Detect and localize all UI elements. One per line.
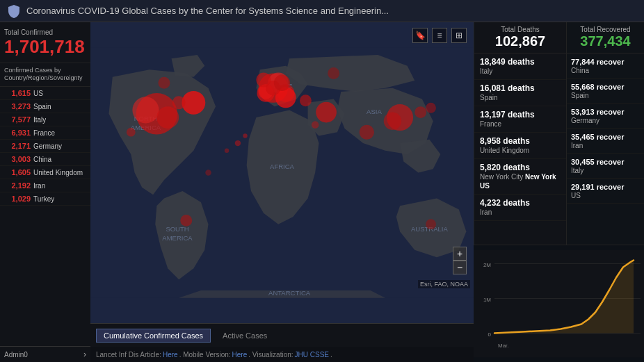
svg-point-35 — [243, 133, 247, 138]
country-count: 7,577 — [4, 115, 31, 124]
expand-arrow-icon[interactable]: › — [83, 349, 86, 359]
svg-point-31 — [426, 219, 436, 229]
deaths-label: Total Deaths — [480, 26, 561, 33]
zoom-in-button[interactable]: + — [453, 247, 467, 261]
country-name: France — [33, 129, 55, 137]
footer-link-article[interactable]: Here — [163, 351, 178, 359]
country-count: 2,192 — [4, 181, 31, 190]
recovered-list-item: 35,465 recover Iran — [567, 129, 644, 154]
death-location: United Kingdom — [480, 146, 561, 155]
recover-count: 29,191 recover — [571, 183, 624, 191]
recover-location: Iran — [571, 142, 640, 149]
svg-point-32 — [328, 67, 339, 79]
zoom-out-button[interactable]: − — [453, 261, 467, 274]
country-name: Turkey — [33, 195, 54, 203]
footer-text: Lancet Inf Dis Article: — [96, 351, 161, 359]
deaths-header: Total Deaths 102,867 — [474, 22, 566, 54]
deaths-total: 102,867 — [480, 33, 561, 49]
tab-cumulative[interactable]: Cumulative Confirmed Cases — [96, 329, 211, 343]
grid-view-button[interactable]: ⊞ — [451, 28, 467, 43]
zoom-controls: + − — [453, 247, 467, 274]
chart-area: 2M 1M 0 Mar. — [474, 245, 644, 362]
recover-count: 55,668 recover — [571, 83, 624, 91]
shield-icon — [7, 4, 21, 18]
recover-location: Italy — [571, 167, 640, 174]
svg-point-21 — [256, 72, 271, 87]
sidebar-country-item[interactable]: 2,171 Germany — [0, 140, 90, 153]
sidebar-country-item[interactable]: 6,931 France — [0, 126, 90, 140]
svg-point-12 — [156, 106, 179, 129]
sidebar-country-item[interactable]: 1,615 US — [0, 87, 90, 100]
svg-text:0: 0 — [488, 331, 492, 338]
footer-sep1: . Mobile Version: — [179, 351, 231, 359]
svg-point-39 — [127, 128, 136, 137]
main-layout: Total Confirmed 1,701,718 Confirmed Case… — [0, 22, 644, 362]
recover-location: China — [571, 67, 640, 74]
svg-point-23 — [316, 102, 337, 123]
death-location: New York City New York US — [480, 172, 561, 190]
app-header: Coronavirus COVID-19 Global Cases by the… — [0, 0, 644, 22]
sidebar-country-item[interactable]: 1,029 Turkey — [0, 192, 90, 206]
recover-count: 77,844 recover — [571, 58, 624, 66]
country-name: US — [33, 90, 43, 97]
recovered-list-item: 30,455 recover Italy — [567, 154, 644, 179]
country-name: Italy — [33, 116, 46, 124]
recovered-list-item: 29,191 recover US — [567, 179, 644, 204]
svg-point-30 — [426, 103, 436, 113]
svg-point-40 — [172, 96, 186, 109]
footer-link-mobile[interactable]: Here — [232, 351, 248, 359]
tab-active[interactable]: Active Cases — [215, 329, 275, 343]
world-map: NORTH AMERICA SOUTH AMERICA EUROPE AFRIC… — [90, 22, 474, 323]
bookmark-button[interactable]: 🔖 — [412, 28, 428, 43]
svg-text:ANTARCTICA: ANTARCTICA — [268, 289, 311, 297]
svg-text:SOUTH: SOUTH — [166, 225, 188, 233]
footer-link-jhu[interactable]: JHU CSSE — [295, 351, 329, 359]
death-location: Iran — [480, 208, 561, 217]
svg-point-26 — [360, 125, 374, 140]
recover-location: US — [571, 192, 640, 199]
app-title: Coronavirus COVID-19 Global Cases by the… — [26, 6, 389, 16]
deaths-list-item: 18,849 deaths Italy — [474, 54, 566, 80]
svg-point-11 — [132, 97, 159, 123]
recovered-panel: Total Recovered 377,434 77,844 recover C… — [566, 22, 644, 245]
deaths-list-item: 16,081 deaths Spain — [474, 80, 566, 106]
country-count: 6,931 — [4, 129, 31, 137]
death-location: Spain — [480, 93, 561, 102]
deaths-list-item: 5,820 deaths New York City New York US — [474, 159, 566, 195]
map-tabs: Cumulative Confirmed Cases Active Cases — [90, 323, 474, 347]
sidebar-country-item[interactable]: 2,192 Iran — [0, 179, 90, 192]
sidebar-country-item[interactable]: 3,003 China — [0, 153, 90, 166]
svg-text:2M: 2M — [483, 262, 491, 268]
country-name: Iran — [33, 182, 45, 190]
svg-text:AMERICA: AMERICA — [162, 234, 193, 242]
svg-text:AFRICA: AFRICA — [270, 163, 295, 170]
deaths-panel: Total Deaths 102,867 18,849 deaths Italy… — [474, 22, 566, 245]
svg-point-33 — [158, 77, 170, 89]
svg-point-34 — [235, 140, 241, 146]
sidebar-country-item[interactable]: 1,605 United Kingdom — [0, 166, 90, 179]
recovered-total: 377,434 — [571, 33, 640, 49]
footer-end: . — [330, 351, 332, 359]
country-count: 3,003 — [4, 155, 31, 163]
sidebar-country-item[interactable]: 7,577 Italy — [0, 113, 90, 126]
death-location: Italy — [480, 67, 561, 76]
right-panels: Total Deaths 102,867 18,849 deaths Italy… — [474, 22, 644, 362]
country-count: 1,605 — [4, 168, 31, 176]
recovered-header: Total Recovered 377,434 — [567, 22, 644, 54]
country-count: 1,615 — [4, 89, 31, 97]
svg-point-37 — [312, 121, 319, 129]
sidebar-bottom-bar[interactable]: Admin0 › — [0, 346, 90, 362]
map-container[interactable]: NORTH AMERICA SOUTH AMERICA EUROPE AFRIC… — [90, 22, 474, 323]
country-count: 1,029 — [4, 195, 31, 203]
svg-point-25 — [384, 113, 401, 130]
right-top: Total Deaths 102,867 18,849 deaths Italy… — [474, 22, 644, 245]
chart-svg: 2M 1M 0 Mar. — [474, 245, 644, 362]
recover-location: Germany — [571, 117, 640, 124]
country-list: 1,615 US 3,273 Spain 7,577 Italy 6,931 F… — [0, 87, 90, 346]
recovered-list-item: 77,844 recover China — [567, 54, 644, 79]
sidebar-country-item[interactable]: 3,273 Spain — [0, 100, 90, 113]
recover-count: 35,465 recover — [571, 133, 624, 141]
map-toolbar: 🔖 ≡ ⊞ — [412, 28, 467, 43]
country-count: 3,273 — [4, 102, 31, 110]
list-view-button[interactable]: ≡ — [432, 28, 447, 43]
